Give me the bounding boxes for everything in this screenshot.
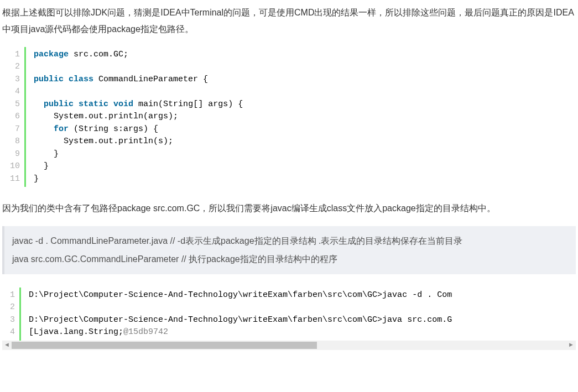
line-number: 6 (10, 111, 20, 123)
code-line: D:\Project\Computer-Science-And-Technolo… (29, 289, 570, 302)
code-line: } (34, 173, 570, 186)
line-number: 10 (10, 160, 20, 173)
code-line: public class CommandLineParameter { (34, 74, 570, 86)
line-number: 4 (10, 86, 20, 98)
code-block-java: 1234567891011 package src.com.GC; public… (2, 47, 576, 187)
code-line (34, 86, 570, 98)
paragraph-explain: 因为我们的类中含有了包路径package src.com.GC，所以我们需要将j… (2, 200, 576, 217)
code-gutter: 1234 (2, 288, 19, 341)
code-area[interactable]: D:\Project\Computer-Science-And-Technolo… (19, 288, 576, 341)
scroll-right-icon[interactable]: ► (566, 341, 576, 350)
code-line: for (String s:args) { (34, 123, 570, 136)
code-block-terminal: 1234 D:\Project\Computer-Science-And-Tec… (2, 288, 576, 341)
scrollbar-thumb[interactable] (12, 342, 317, 349)
line-number: 2 (10, 301, 15, 314)
line-number: 1 (10, 289, 15, 302)
line-number: 2 (10, 61, 20, 74)
code-line: } (34, 160, 570, 173)
horizontal-scrollbar[interactable]: ◄ ► (2, 341, 576, 350)
code-line (29, 301, 570, 314)
paragraph-intro: 根据上述截图可以排除JDK问题，猜测是IDEA中Terminal的问题，可是使用… (2, 4, 576, 38)
code-line: public static void main(String[] args) { (34, 98, 570, 111)
scroll-left-icon[interactable]: ◄ (2, 341, 12, 350)
code-line: System.out.println(s); (34, 135, 570, 148)
line-number: 9 (10, 148, 20, 161)
scrollbar-track[interactable] (12, 341, 566, 350)
code-line: package src.com.GC; (34, 49, 570, 61)
code-area[interactable]: package src.com.GC; public class Command… (24, 47, 576, 187)
line-number: 4 (10, 326, 15, 339)
line-number: 3 (10, 314, 15, 327)
blockquote-line: javac -d . CommandLineParameter.java // … (12, 232, 568, 250)
code-line: [Ljava.lang.String;@15db9742 (29, 326, 570, 339)
line-number: 11 (10, 173, 20, 186)
line-number: 3 (10, 74, 20, 86)
code-line: } (34, 148, 570, 161)
code-line: D:\Project\Computer-Science-And-Technolo… (29, 314, 570, 327)
line-number: 1 (10, 49, 20, 61)
code-line (34, 61, 570, 74)
line-number: 5 (10, 98, 20, 111)
code-gutter: 1234567891011 (2, 47, 24, 187)
blockquote-line: java src.com.GC.CommandLineParameter // … (12, 250, 568, 269)
line-number: 7 (10, 123, 20, 136)
line-number: 8 (10, 135, 20, 148)
blockquote-commands: javac -d . CommandLineParameter.java // … (2, 226, 576, 274)
code-line: System.out.println(args); (34, 111, 570, 123)
